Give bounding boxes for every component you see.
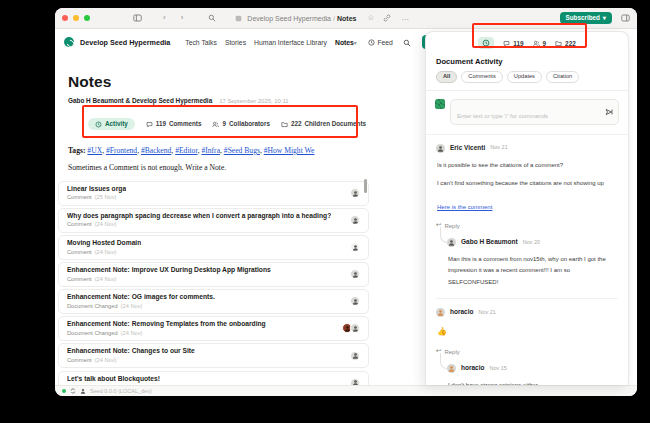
note-avatars [350,296,360,306]
avatar[interactable] [350,215,360,225]
favorite-star-icon[interactable]: ☆ [367,14,374,22]
note-row[interactable]: Linear Issues orgaComment(25 Nov) [58,181,369,206]
panel-title: Document Activity [426,53,628,70]
note-row[interactable]: Enhancement Note: Improve UX During Desk… [58,262,369,287]
reply-button[interactable]: ↩Reply [436,348,618,355]
copy-link-icon[interactable] [383,14,391,22]
nav-item-tech-talks[interactable]: Tech Talks [185,39,217,46]
comment: Eric VicentiNov 21Is it possible to see … [436,144,618,214]
tag-link[interactable]: #How Might We [264,146,315,155]
sidebar-toggle-icon[interactable] [133,14,142,22]
note-list: Linear Issues orgaComment(25 Nov)Why doe… [58,181,369,385]
commenter-avatar[interactable] [436,144,445,153]
reply-button[interactable]: ↩Reply [436,222,618,229]
avatar[interactable] [350,188,360,198]
panel-collaborators-metric[interactable]: 9 [533,40,547,47]
comment-author[interactable]: horacio [461,365,484,372]
nav-item-stories[interactable]: Stories [225,39,246,46]
filter-citation[interactable]: Citation [546,71,579,83]
filter-comments[interactable]: Comments [461,71,503,83]
breadcrumb[interactable]: Develop Seed Hypermedia/Notes [247,15,356,22]
comment-author[interactable]: Eric Vicenti [450,145,485,152]
app-window: ‹ › Develop Seed Hypermedia/Notes ☆ … Su… [55,8,637,396]
avatar[interactable] [350,296,360,306]
tag-link[interactable]: #Backend [141,146,171,155]
avatar[interactable] [350,269,360,279]
site-header: Develop Seed Hypermedia Tech TalksStorie… [55,29,427,55]
avatar[interactable] [350,242,360,252]
avatar[interactable] [350,378,360,385]
nav-item-notes[interactable]: Notes [335,39,354,46]
comment-body: I don't have strong opinions either.We c… [448,380,618,385]
comment-bubble-icon [503,40,510,47]
nav-chevron-down-icon[interactable]: ▾ [354,39,357,46]
panel-children-metric[interactable]: 222 [555,40,576,47]
window-titlebar: ‹ › Develop Seed Hypermedia/Notes ☆ … Su… [55,8,637,29]
header-search-icon[interactable] [403,33,411,51]
note-title: Enhancement Note: OG images for comments… [67,293,215,301]
note-title: Let's talk about Blockquotes! [67,375,160,383]
note-title: Linear Issues orga [67,185,126,193]
send-comment-icon[interactable] [605,102,613,120]
note-row[interactable]: Let's talk about Blockquotes!Comment(21 … [58,371,369,385]
comment: horacioNov 15I don't have strong opinion… [447,364,618,385]
panel-activity-tab[interactable] [478,37,494,49]
commenter-avatar[interactable] [447,364,456,373]
tag-link[interactable]: #UX [87,146,102,155]
note-row[interactable]: Enhancement Note: Removing Templates fro… [58,316,369,341]
current-user-avatar[interactable] [435,99,445,109]
content-scrollbar[interactable] [364,179,367,193]
tag-link[interactable]: #Frontend [106,146,137,155]
note-title: Why does paragraph spacing decrease when… [67,212,331,220]
collaborators-metric[interactable]: 9Collaborators [212,121,269,128]
filter-all[interactable]: All [436,71,457,83]
site-brand[interactable]: Develop Seed Hypermedia [80,38,170,47]
byline: Gabo H Beaumont & Develop Seed Hypermedi… [68,97,427,104]
note-row[interactable]: Moving Hosted DomainComment(24 Nov) [58,235,369,260]
feed-link[interactable]: Feed [368,39,393,46]
document-authors[interactable]: Gabo H Beaumont & Develop Seed Hypermedi… [68,97,212,104]
note-row[interactable]: Enhancement Note: Changes to our SiteCom… [58,343,369,368]
note-row[interactable]: Why does paragraph spacing decrease when… [58,208,369,233]
commenter-avatar[interactable] [447,238,456,247]
status-sync-icon[interactable] [70,388,76,394]
panel-comments-metric[interactable]: 119 [503,40,523,47]
comment-author[interactable]: Gabo H Beaumont [461,239,518,246]
minimize-window-button[interactable] [73,15,79,21]
comment-input[interactable]: Enter text or type '/' for commands [450,99,619,125]
panel-toggle-icon[interactable] [621,14,630,22]
document-metrics-row: Activity 119Comments 9Collaborators 222C… [88,115,427,133]
comment-input-placeholder: Enter text or type '/' for commands [457,113,548,119]
tag-link[interactable]: #Infra [201,146,220,155]
comment-list: Eric VicentiNov 21Is it possible to see … [426,135,628,385]
zoom-window-button[interactable] [84,15,90,21]
tag-link[interactable]: #Editor [175,146,197,155]
avatar[interactable] [350,323,360,333]
note-title: Enhancement Note: Removing Templates fro… [67,320,266,328]
commenter-avatar[interactable] [436,308,445,317]
close-window-button[interactable] [62,15,68,21]
site-favicon [235,15,242,22]
comments-metric[interactable]: 119Comments [146,121,202,128]
thread-reply: horacioNov 15I don't have strong opinion… [447,364,618,385]
children-documents-metric[interactable]: 222Children Documents [281,121,366,128]
titlebar-search-icon[interactable] [208,14,216,22]
tag-link[interactable]: #Seed Bugs [224,146,260,155]
activity-tab[interactable]: Activity [88,118,135,130]
site-logo-icon[interactable] [64,37,74,47]
note-meta: Document Changed(24 Nov) [67,304,215,310]
forward-button[interactable]: › [181,14,184,22]
subscribed-button[interactable]: Subscribed▾ [560,12,612,24]
breadcrumb-page[interactable]: Notes [337,15,356,22]
comment-link[interactable]: Here is the comment [437,203,492,211]
nav-item-human-interface-library[interactable]: Human Interface Library [254,39,327,46]
filter-updates[interactable]: Updates [507,71,542,83]
breadcrumb-site[interactable]: Develop Seed Hypermedia [247,15,331,22]
comment-author[interactable]: horacio [450,309,473,316]
back-button[interactable]: ‹ [163,14,166,22]
status-peers-icon[interactable] [80,388,86,394]
avatar[interactable] [350,351,360,361]
comment-body: Is it possible to see the citations of a… [437,160,618,214]
note-row[interactable]: Enhancement Note: OG images for comments… [58,289,369,314]
more-options-icon[interactable]: … [401,14,409,22]
